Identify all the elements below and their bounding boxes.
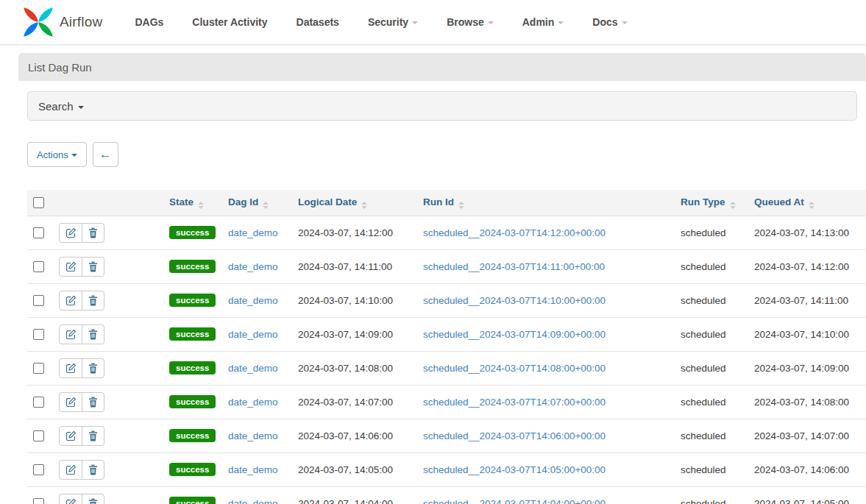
dag-id-link[interactable]: date_demo bbox=[228, 295, 278, 306]
edit-record-button[interactable] bbox=[60, 258, 82, 276]
row-checkbox[interactable] bbox=[33, 464, 44, 475]
nav-item-dags[interactable]: DAGs bbox=[135, 16, 163, 28]
column-header-run-type[interactable]: Run Type bbox=[675, 190, 748, 216]
edit-record-button[interactable] bbox=[60, 427, 82, 445]
run-id-link[interactable]: scheduled__2024-03-07T14:07:00+00:00 bbox=[423, 397, 606, 408]
run-id-link[interactable]: scheduled__2024-03-07T14:10:00+00:00 bbox=[423, 295, 606, 306]
logical-date-value: 2024-03-07, 14:04:00 bbox=[298, 498, 393, 504]
delete-record-button[interactable] bbox=[82, 461, 104, 479]
nav-item-datasets[interactable]: Datasets bbox=[297, 16, 339, 28]
page-title: List Dag Run bbox=[28, 61, 92, 74]
edit-pencil-icon bbox=[65, 261, 77, 272]
dag-id-link[interactable]: date_demo bbox=[228, 498, 278, 504]
chevron-down-icon bbox=[78, 106, 84, 109]
edit-record-button[interactable] bbox=[60, 291, 82, 310]
nav-item-cluster-activity[interactable]: Cluster Activity bbox=[192, 16, 267, 28]
run-id-link[interactable]: scheduled__2024-03-07T14:12:00+00:00 bbox=[423, 227, 606, 238]
column-header-state[interactable]: State bbox=[163, 190, 222, 216]
edit-record-button[interactable] bbox=[60, 325, 82, 344]
trash-icon bbox=[88, 261, 98, 272]
row-action-buttons bbox=[59, 291, 104, 310]
status-badge: success bbox=[169, 327, 216, 341]
search-dropdown-toggle[interactable]: Search bbox=[27, 91, 857, 121]
edit-pencil-icon bbox=[65, 329, 77, 340]
queued-at-value: 2024-03-07, 14:06:00 bbox=[754, 464, 849, 475]
status-badge: success bbox=[169, 294, 216, 308]
delete-record-button[interactable] bbox=[82, 494, 104, 504]
sort-icon bbox=[263, 202, 269, 209]
nav-item-security[interactable]: Security bbox=[368, 16, 418, 28]
dag-id-link[interactable]: date_demo bbox=[228, 261, 278, 272]
queued-at-value: 2024-03-07, 14:07:00 bbox=[754, 430, 849, 441]
dag-id-link[interactable]: date_demo bbox=[228, 329, 278, 340]
delete-record-button[interactable] bbox=[82, 325, 104, 344]
delete-record-button[interactable] bbox=[82, 427, 104, 445]
chevron-down-icon bbox=[558, 21, 564, 24]
edit-record-button[interactable] bbox=[60, 461, 82, 479]
actions-dropdown-button[interactable]: Actions bbox=[27, 142, 87, 167]
row-checkbox[interactable] bbox=[33, 227, 44, 238]
chevron-down-icon bbox=[488, 21, 494, 24]
queued-at-value: 2024-03-07, 14:13:00 bbox=[754, 227, 849, 238]
run-id-link[interactable]: scheduled__2024-03-07T14:11:00+00:00 bbox=[423, 261, 605, 272]
main-nav: DAGs Cluster Activity Datasets Security … bbox=[135, 16, 627, 28]
edit-pencil-icon bbox=[65, 227, 77, 238]
dag-id-link[interactable]: date_demo bbox=[228, 227, 278, 238]
select-all-checkbox[interactable] bbox=[33, 197, 44, 208]
edit-record-button[interactable] bbox=[60, 494, 82, 504]
row-action-buttons bbox=[59, 494, 104, 504]
edit-record-button[interactable] bbox=[60, 359, 82, 377]
column-header-logical-date[interactable]: Logical Date bbox=[292, 190, 417, 216]
run-id-link[interactable]: scheduled__2024-03-07T14:04:00+00:00 bbox=[423, 498, 606, 504]
delete-record-button[interactable] bbox=[82, 359, 104, 377]
nav-item-browse[interactable]: Browse bbox=[447, 16, 494, 28]
row-checkbox[interactable] bbox=[33, 329, 44, 340]
dag-id-link[interactable]: date_demo bbox=[228, 397, 278, 408]
column-header-dag-id[interactable]: Dag Id bbox=[222, 190, 292, 216]
edit-pencil-icon bbox=[65, 295, 77, 306]
edit-record-button[interactable] bbox=[60, 393, 82, 411]
delete-record-button[interactable] bbox=[82, 291, 104, 310]
page-title-bar: List Dag Run bbox=[18, 53, 866, 81]
dag-id-link[interactable]: date_demo bbox=[228, 464, 278, 475]
queued-at-value: 2024-03-07, 14:09:00 bbox=[754, 363, 849, 374]
row-checkbox[interactable] bbox=[33, 363, 44, 374]
dagrun-table-body: success date_demo 2024-03-07, 14:12:00 s… bbox=[27, 216, 866, 504]
run-id-link[interactable]: scheduled__2024-03-07T14:09:00+00:00 bbox=[423, 329, 606, 340]
sort-icon bbox=[730, 202, 736, 209]
row-action-buttons bbox=[59, 426, 104, 446]
column-header-queued-at[interactable]: Queued At bbox=[748, 190, 866, 216]
nav-item-docs[interactable]: Docs bbox=[592, 16, 627, 28]
row-checkbox[interactable] bbox=[33, 498, 44, 504]
row-checkbox[interactable] bbox=[33, 295, 44, 306]
row-checkbox[interactable] bbox=[33, 261, 44, 272]
row-checkbox[interactable] bbox=[33, 430, 44, 441]
edit-pencil-icon bbox=[65, 430, 77, 441]
table-row: success date_demo 2024-03-07, 14:08:00 s… bbox=[27, 351, 866, 385]
run-id-link[interactable]: scheduled__2024-03-07T14:05:00+00:00 bbox=[423, 464, 606, 475]
run-type-value: scheduled bbox=[681, 227, 726, 238]
status-badge: success bbox=[169, 260, 216, 274]
column-header-run-id[interactable]: Run Id bbox=[417, 190, 675, 216]
run-id-link[interactable]: scheduled__2024-03-07T14:06:00+00:00 bbox=[423, 430, 606, 441]
dag-id-link[interactable]: date_demo bbox=[228, 363, 278, 374]
trash-icon bbox=[88, 227, 98, 238]
table-row: success date_demo 2024-03-07, 14:12:00 s… bbox=[27, 216, 866, 249]
delete-record-button[interactable] bbox=[82, 393, 104, 411]
back-arrow-icon: ← bbox=[99, 147, 112, 162]
back-button[interactable]: ← bbox=[93, 142, 118, 167]
airflow-logo-link[interactable]: Airflow bbox=[22, 6, 102, 38]
table-row: success date_demo 2024-03-07, 14:10:00 s… bbox=[27, 283, 866, 317]
row-checkbox[interactable] bbox=[33, 397, 44, 408]
run-type-value: scheduled bbox=[681, 329, 726, 340]
logical-date-value: 2024-03-07, 14:07:00 bbox=[298, 397, 393, 408]
run-id-link[interactable]: scheduled__2024-03-07T14:08:00+00:00 bbox=[423, 363, 606, 374]
edit-pencil-icon bbox=[65, 363, 77, 374]
delete-record-button[interactable] bbox=[82, 258, 104, 276]
edit-record-button[interactable] bbox=[60, 224, 82, 242]
dag-id-link[interactable]: date_demo bbox=[228, 430, 278, 441]
nav-item-admin[interactable]: Admin bbox=[522, 16, 564, 28]
status-badge: success bbox=[169, 463, 216, 477]
delete-record-button[interactable] bbox=[82, 224, 104, 242]
brand-name: Airflow bbox=[60, 14, 102, 30]
